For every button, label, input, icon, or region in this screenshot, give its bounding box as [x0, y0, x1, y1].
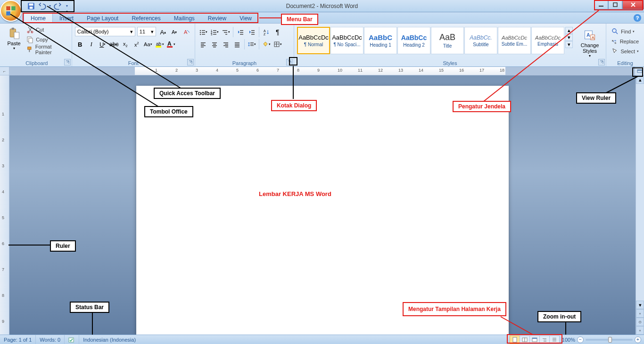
- numbering-button[interactable]: 123▾: [209, 27, 220, 37]
- status-language[interactable]: Indonesian (Indonesia): [79, 335, 140, 344]
- find-button[interactable]: Find▾: [609, 27, 641, 36]
- style-item-6[interactable]: AaBbCcDcSubtle Em...: [498, 27, 531, 54]
- group-editing: Find▾ ab Replace Select▾ Editing: [606, 24, 644, 66]
- zoom-slider[interactable]: [586, 339, 633, 341]
- tab-mailings[interactable]: Mailings: [167, 13, 201, 23]
- grow-font-button[interactable]: A▴: [158, 27, 168, 37]
- svg-rect-54: [223, 42, 228, 43]
- document-area: 123456789 Lembar KERJA MS Word ▴ ▾ ◦ ○ ◦: [0, 75, 644, 335]
- qat-customize-icon[interactable]: ▾: [64, 4, 68, 8]
- sort-button[interactable]: AZ: [261, 27, 272, 37]
- styles-dialog-launcher[interactable]: [598, 59, 605, 66]
- align-center-button[interactable]: [209, 39, 220, 49]
- draft-view-button[interactable]: [549, 336, 560, 344]
- justify-button[interactable]: [232, 39, 242, 49]
- status-proofing[interactable]: [65, 335, 79, 344]
- next-page-button[interactable]: ◦: [636, 326, 644, 335]
- style-item-3[interactable]: AaBbCcHeading 2: [397, 27, 430, 54]
- line-spacing-button[interactable]: ▾: [247, 39, 257, 49]
- copy-button[interactable]: Copy: [24, 35, 69, 44]
- web-layout-view-button[interactable]: [529, 336, 540, 344]
- style-item-2[interactable]: AaBbCHeading 1: [364, 27, 397, 54]
- scroll-track[interactable]: [636, 84, 644, 301]
- full-screen-view-button[interactable]: [520, 336, 530, 344]
- svg-rect-57: [225, 47, 228, 48]
- paragraph-dialog-launcher[interactable]: [286, 59, 293, 66]
- tab-home[interactable]: Home: [24, 13, 53, 23]
- style-item-5[interactable]: AaBbCc.Subtitle: [464, 27, 497, 54]
- tab-references[interactable]: References: [125, 13, 167, 23]
- underline-button[interactable]: U▾: [98, 39, 108, 49]
- browse-object-button[interactable]: ○: [636, 318, 644, 326]
- save-button[interactable]: [26, 1, 36, 11]
- select-button[interactable]: Select▾: [609, 47, 641, 56]
- strike-button[interactable]: abc: [109, 39, 119, 49]
- document-viewport[interactable]: Lembar KERJA MS Word: [9, 75, 636, 335]
- minimize-button[interactable]: [594, 0, 608, 9]
- undo-button[interactable]: [38, 1, 47, 11]
- shrink-font-button[interactable]: A▾: [169, 27, 180, 37]
- prev-page-button[interactable]: ◦: [636, 309, 644, 318]
- gallery-down-button[interactable]: ▾: [565, 34, 573, 41]
- office-button[interactable]: [0, 0, 22, 22]
- tab-review[interactable]: Review: [201, 13, 233, 23]
- clipboard-dialog-launcher[interactable]: [64, 59, 71, 66]
- zoom-in-button[interactable]: +: [635, 336, 641, 343]
- multilevel-button[interactable]: ▾: [221, 27, 231, 37]
- highlight-button[interactable]: ab▾: [154, 39, 165, 49]
- shading-button[interactable]: ▾: [261, 39, 272, 49]
- close-button[interactable]: [622, 0, 644, 9]
- style-item-0[interactable]: AaBbCcDc¶ Normal: [297, 27, 330, 54]
- status-page[interactable]: Page: 1 of 1: [0, 335, 36, 344]
- font-dialog-launcher[interactable]: [187, 59, 194, 66]
- bold-button[interactable]: B: [75, 39, 85, 49]
- vertical-ruler[interactable]: 123456789: [0, 75, 9, 335]
- chevron-down-icon: ▾: [151, 29, 154, 35]
- print-layout-view-button[interactable]: [510, 336, 520, 344]
- increase-indent-button[interactable]: [247, 27, 257, 37]
- document-page[interactable]: Lembar KERJA MS Word: [136, 86, 509, 335]
- outline-view-button[interactable]: [539, 336, 550, 344]
- superscript-button[interactable]: x2: [132, 39, 142, 49]
- scroll-up-button[interactable]: ▴: [636, 75, 644, 84]
- status-words[interactable]: Words: 0: [36, 335, 65, 344]
- subscript-button[interactable]: x2: [120, 39, 131, 49]
- font-color-button[interactable]: A▾: [165, 39, 176, 49]
- scroll-down-button[interactable]: ▾: [636, 301, 644, 309]
- gallery-more-button[interactable]: ▾: [565, 41, 573, 48]
- decrease-indent-button[interactable]: [235, 27, 246, 37]
- svg-rect-63: [250, 44, 254, 44]
- view-ruler-button[interactable]: [635, 67, 644, 75]
- cut-button[interactable]: Cut: [24, 25, 69, 34]
- tab-insert[interactable]: Insert: [53, 13, 80, 23]
- align-right-button[interactable]: [221, 39, 231, 49]
- gallery-up-button[interactable]: ▴: [565, 27, 573, 34]
- style-item-4[interactable]: AaBTitle: [431, 27, 464, 54]
- dropdown-arrow-icon[interactable]: ▾: [49, 4, 51, 8]
- show-marks-button[interactable]: ¶: [272, 27, 283, 37]
- ruler-corner[interactable]: ⌐: [0, 67, 9, 75]
- change-case-button[interactable]: Aa▾: [143, 39, 153, 49]
- clear-format-button[interactable]: A: [182, 27, 192, 37]
- bullets-button[interactable]: ▾: [198, 27, 208, 37]
- help-icon[interactable]: ?: [634, 14, 641, 22]
- replace-button[interactable]: ab Replace: [609, 37, 641, 46]
- redo-button[interactable]: [53, 1, 62, 11]
- font-size-dropdown[interactable]: 11 ▾: [137, 27, 156, 36]
- italic-button[interactable]: I: [86, 39, 97, 49]
- painter-label: Format Painter: [35, 44, 66, 55]
- zoom-out-button[interactable]: −: [577, 336, 584, 343]
- maximize-button[interactable]: [608, 0, 622, 9]
- borders-button[interactable]: ▾: [272, 39, 283, 49]
- zoom-thumb[interactable]: [608, 337, 612, 343]
- horizontal-ruler[interactable]: 123456789101112131415161718: [9, 67, 635, 75]
- format-painter-button[interactable]: Format Painter: [24, 45, 69, 54]
- font-name-dropdown[interactable]: Calibri (Body) ▾: [75, 27, 135, 36]
- style-item-1[interactable]: AaBbCcDc¶ No Spaci...: [330, 27, 363, 54]
- zoom-level[interactable]: 100%: [562, 337, 575, 343]
- tab-view[interactable]: View: [233, 13, 258, 23]
- tab-page-layout[interactable]: Page Layout: [80, 13, 125, 23]
- style-item-7[interactable]: AaBbCcDcEmphasis: [531, 27, 564, 54]
- align-left-button[interactable]: [198, 39, 208, 49]
- change-styles-button[interactable]: AA Change Styles ▾: [577, 27, 603, 59]
